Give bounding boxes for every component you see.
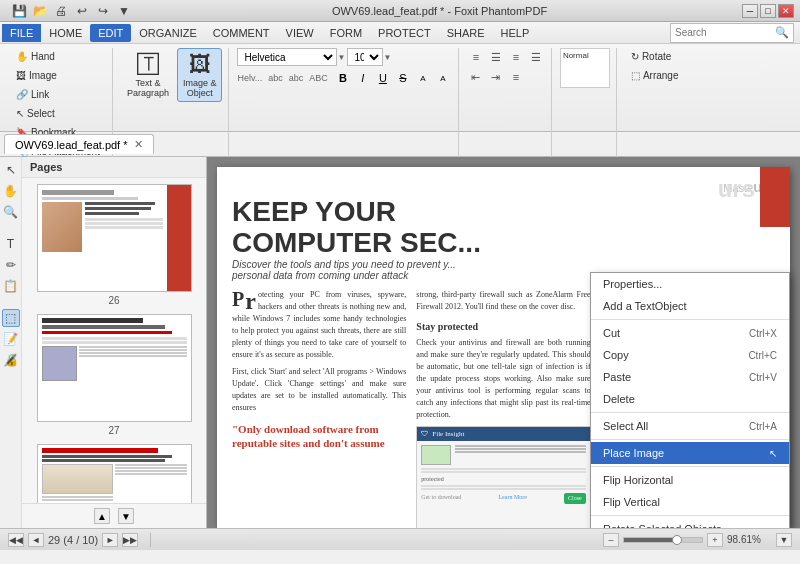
pages-scroll[interactable]: 26 [22, 178, 206, 503]
superscript-button[interactable]: A [414, 69, 432, 87]
print-button[interactable]: 🖨 [52, 2, 70, 20]
first-page-button[interactable]: ◀◀ [8, 533, 24, 547]
link-button[interactable]: 🔗 Link [10, 86, 106, 103]
ctx-rotate-selected[interactable]: Rotate Selected Objects [591, 518, 789, 528]
page-num-27: 27 [108, 425, 119, 436]
select-button[interactable]: ↖ Select [10, 105, 106, 122]
last-page-button[interactable]: ▶▶ [122, 533, 138, 547]
close-button[interactable]: ✕ [778, 4, 794, 18]
font-size-select[interactable]: 10 [347, 48, 383, 66]
menu-file[interactable]: FILE [2, 24, 41, 42]
zoom-tool-left-button[interactable]: 🔍 [2, 203, 20, 221]
ctx-flip-vertical[interactable]: Flip Vertical [591, 491, 789, 513]
image-button[interactable]: 🖼 Image [10, 67, 106, 84]
page-thumb-img-27 [37, 314, 192, 422]
font-name-row: Helvetica ▼ 10 ▼ [237, 48, 451, 66]
image-object-button[interactable]: 🖼 Image &Object [177, 48, 223, 102]
list-button[interactable]: ≡ [507, 68, 525, 86]
underline-button[interactable]: U [374, 69, 392, 87]
zoom-out-button[interactable]: – [603, 533, 619, 547]
next-page-button[interactable]: ► [102, 533, 118, 547]
minimize-button[interactable]: ─ [742, 4, 758, 18]
page-thumb-26[interactable]: 26 [28, 184, 200, 306]
doc-stay-protected: Stay protected [416, 319, 590, 334]
strikethrough-button[interactable]: S [394, 69, 412, 87]
stamp-button[interactable]: 📋 [2, 277, 20, 295]
ctx-copy[interactable]: Copy Ctrl+C [591, 344, 789, 366]
menu-comment[interactable]: COMMENT [205, 24, 278, 42]
zoom-in-button[interactable]: + [707, 533, 723, 547]
zoom-percent-input[interactable]: ▼ [776, 533, 792, 547]
align-justify-button[interactable]: ☰ [527, 48, 545, 66]
menu-share[interactable]: SHARE [439, 24, 493, 42]
hand-tool-left-button[interactable]: ✋ [2, 182, 20, 200]
text-paragraph-button[interactable]: 🅃 Text &Paragraph [121, 48, 175, 102]
hand-tool-button[interactable]: ✋ Hand [10, 48, 106, 65]
search-input[interactable] [675, 27, 775, 38]
image-select-button[interactable]: ⬚ [2, 309, 20, 327]
save-button[interactable]: 💾 [10, 2, 28, 20]
menu-protect[interactable]: PROTECT [370, 24, 439, 42]
menu-organize[interactable]: ORGANIZE [131, 24, 204, 42]
align-left-button[interactable]: ≡ [467, 48, 485, 66]
page-display: 29 (4 / 10) [48, 534, 98, 546]
doc-tab-0[interactable]: OWV69.lead_feat.pdf * ✕ [4, 134, 154, 154]
align-right-button[interactable]: ≡ [507, 48, 525, 66]
doc-tab-close-button[interactable]: ✕ [134, 138, 143, 151]
menu-home[interactable]: HOME [41, 24, 90, 42]
prev-page-button[interactable]: ◄ [28, 533, 44, 547]
subscript-button[interactable]: A [434, 69, 452, 87]
search-icon[interactable]: 🔍 [775, 26, 789, 39]
undo-button[interactable]: ↩ [73, 2, 91, 20]
zoom-slider[interactable] [623, 537, 703, 543]
ctx-properties[interactable]: Properties... [591, 273, 789, 295]
form-button[interactable]: 📝 [2, 330, 20, 348]
doc-file-insight-box: 🛡 File Insight [416, 426, 590, 528]
redo-button[interactable]: ↪ [94, 2, 112, 20]
statusbar: ◀◀ ◄ 29 (4 / 10) ► ▶▶ – + 98.61% ▼ [0, 528, 800, 550]
ctx-cut[interactable]: Cut Ctrl+X [591, 322, 789, 344]
cursor-tool-button[interactable]: ↖ [2, 161, 20, 179]
zoom-controls: – + 98.61% ▼ [603, 533, 792, 547]
cursor-icon: ↖ [769, 448, 777, 459]
menu-edit[interactable]: EDIT [90, 24, 131, 42]
sign-button[interactable]: 🔏 [2, 351, 20, 369]
annotation-button[interactable]: ✏ [2, 256, 20, 274]
scroll-down-button[interactable]: ▼ [118, 508, 134, 524]
status-separator [150, 533, 151, 547]
page-thumb-28[interactable]: 28 [28, 444, 200, 503]
image-icon: 🖼 [16, 70, 26, 81]
zoom-slider-thumb[interactable] [672, 535, 682, 545]
page-thumb-27[interactable]: 27 [28, 314, 200, 436]
ctx-paste[interactable]: Paste Ctrl+V [591, 366, 789, 388]
ctx-sep-3 [591, 439, 789, 440]
scroll-up-button[interactable]: ▲ [94, 508, 110, 524]
ctx-add-textobject[interactable]: Add a TextObject [591, 295, 789, 317]
ctx-flip-horizontal[interactable]: Flip Horizontal [591, 469, 789, 491]
rotate-button[interactable]: ↻ Rotate [625, 48, 685, 65]
maximize-button[interactable]: □ [760, 4, 776, 18]
close-button-green[interactable]: Close [564, 493, 586, 504]
indent-increase-button[interactable]: ⇥ [487, 68, 505, 86]
main-area: ↖ ✋ 🔍 T ✏ 📋 ⬚ 📝 🔏 Pages [0, 157, 800, 528]
open-button[interactable]: 📂 [31, 2, 49, 20]
indent-decrease-button[interactable]: ⇤ [467, 68, 485, 86]
arrange-button[interactable]: ⬚ Arrange [625, 67, 685, 84]
menu-form[interactable]: FORM [322, 24, 370, 42]
ctx-select-all[interactable]: Select All Ctrl+A [591, 415, 789, 437]
file-insight-header: 🛡 File Insight [417, 427, 589, 442]
ribbon: ✋ Hand 🖼 Image 🔗 Link ↖ Select [0, 44, 800, 132]
ctx-place-image[interactable]: Place Image ↖ [591, 442, 789, 464]
menubar: FILE HOME EDIT ORGANIZE COMMENT VIEW FOR… [0, 22, 800, 44]
align-center-button[interactable]: ☰ [487, 48, 505, 66]
customize-qat-button[interactable]: ▼ [115, 2, 133, 20]
doc-column-1: Protecting your PC from viruses, spyware… [232, 289, 406, 528]
text-select-button[interactable]: T [2, 235, 20, 253]
menu-view[interactable]: VIEW [278, 24, 322, 42]
italic-button[interactable]: I [354, 69, 372, 87]
menu-help[interactable]: HELP [493, 24, 538, 42]
doc-top-right-text: urs [718, 175, 755, 203]
bold-button[interactable]: B [334, 69, 352, 87]
font-name-select[interactable]: Helvetica [237, 48, 337, 66]
ctx-delete[interactable]: Delete [591, 388, 789, 410]
